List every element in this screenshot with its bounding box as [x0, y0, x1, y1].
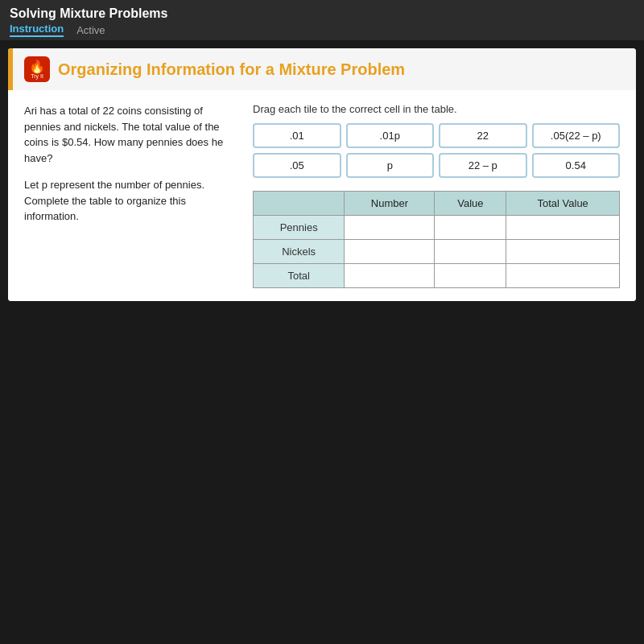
cell-pennies-total[interactable] — [506, 216, 620, 240]
tile-22-p[interactable]: 22 – p — [439, 153, 527, 178]
cell-pennies-number[interactable] — [345, 216, 435, 240]
tab-active[interactable]: Active — [76, 24, 105, 36]
main-content: 🔥 Try It Organizing Information for a Mi… — [8, 48, 636, 301]
table-row-total: Total — [254, 264, 620, 288]
app-title: Solving Mixture Problems — [10, 6, 634, 21]
card-header: 🔥 Try It Organizing Information for a Mi… — [8, 48, 636, 90]
cell-nickels-total[interactable] — [506, 240, 620, 264]
table-row-nickels: Nickels — [254, 240, 620, 264]
tile-p[interactable]: p — [346, 153, 435, 178]
instruction-text: Let p represent the number of pennies. C… — [24, 177, 233, 225]
tile-05[interactable]: .05 — [253, 153, 341, 178]
cell-total-number[interactable] — [345, 264, 435, 288]
card-body: Ari has a total of 22 coins consisting o… — [8, 90, 636, 301]
col-header-value: Value — [435, 192, 506, 216]
cell-pennies-value[interactable] — [435, 216, 506, 240]
tile-01[interactable]: .01 — [253, 123, 341, 148]
cell-nickels-value[interactable] — [435, 240, 506, 264]
col-header-number: Number — [345, 192, 435, 216]
cell-total-total[interactable] — [506, 264, 620, 288]
row-label-total: Total — [254, 264, 345, 288]
table-row-pennies: Pennies — [254, 216, 620, 240]
right-panel: Drag each tile to the correct cell in th… — [253, 103, 620, 288]
drag-instruction: Drag each tile to the correct cell in th… — [253, 103, 620, 115]
col-header-empty — [254, 192, 345, 216]
top-bar: Solving Mixture Problems Instruction Act… — [0, 0, 644, 40]
row-label-pennies: Pennies — [254, 216, 345, 240]
try-it-label: Try It — [31, 73, 43, 79]
tile-054[interactable]: 0.54 — [532, 153, 621, 178]
try-it-icon: 🔥 Try It — [24, 56, 50, 82]
col-header-total-value: Total Value — [506, 192, 620, 216]
tile-22[interactable]: 22 — [439, 123, 527, 148]
flame-icon: 🔥 — [29, 60, 45, 73]
tile-05-22-p[interactable]: .05(22 – p) — [532, 123, 621, 148]
nav-tabs: Instruction Active — [10, 23, 634, 37]
mixture-table: Number Value Total Value Pennies Nickels — [253, 191, 620, 288]
cell-nickels-number[interactable] — [345, 240, 435, 264]
tab-instruction[interactable]: Instruction — [10, 23, 64, 37]
card-header-title: Organizing Information for a Mixture Pro… — [58, 60, 405, 79]
cell-total-value[interactable] — [435, 264, 506, 288]
tiles-grid: .01 .01p 22 .05(22 – p) .05 p 22 – p 0.5… — [253, 123, 620, 178]
left-panel: Ari has a total of 22 coins consisting o… — [24, 103, 233, 288]
row-label-nickels: Nickels — [254, 240, 345, 264]
tile-01p[interactable]: .01p — [346, 123, 435, 148]
problem-text: Ari has a total of 22 coins consisting o… — [24, 103, 233, 166]
